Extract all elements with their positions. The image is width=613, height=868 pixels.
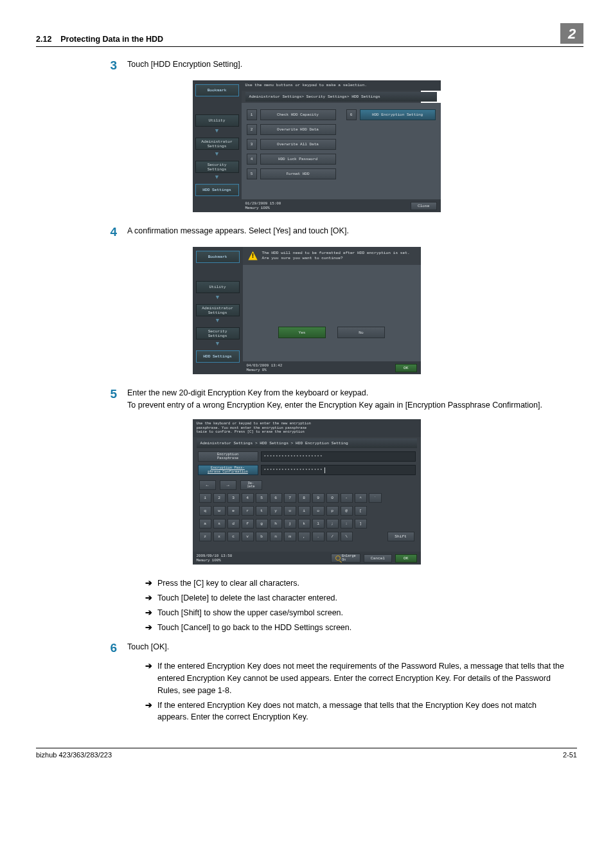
key-grave[interactable]: ` [369, 493, 382, 503]
check-hdd-capacity-button[interactable]: Check HDD Capacity [260, 109, 336, 120]
key-c[interactable]: c [227, 532, 240, 541]
key-e[interactable]: e [227, 506, 240, 516]
passphrase-label[interactable]: Encryption Passphrase [198, 451, 258, 462]
key-8[interactable]: 8 [298, 493, 310, 503]
key-y[interactable]: y [270, 506, 282, 516]
utility-button[interactable]: Utility [196, 281, 240, 293]
bullet-6-2: If the entered Encryption Key does not m… [157, 700, 569, 724]
key-4[interactable]: 4 [242, 493, 254, 503]
key-f[interactable]: f [242, 519, 254, 529]
key-@[interactable]: @ [341, 506, 353, 516]
admin-settings-button[interactable]: Administrator Settings [196, 304, 240, 316]
arrow-right-icon: ➔ [145, 622, 152, 634]
step3-number: 3 [91, 59, 117, 73]
security-settings-button[interactable]: Security Settings [195, 161, 239, 173]
arrow-left-key[interactable]: ← [199, 480, 216, 490]
shift-key[interactable]: Shift [387, 532, 414, 541]
key-7[interactable]: 7 [284, 493, 296, 503]
key-5[interactable]: 5 [256, 493, 268, 503]
kbd-hint: Use the keyboard or keypad to enter the … [193, 419, 421, 438]
keyboard-row-4: zxcvbnm,./\Shift [199, 532, 414, 541]
arrow-right-key[interactable]: → [220, 480, 236, 490]
key-o[interactable]: o [312, 506, 324, 516]
key-l[interactable]: l [312, 519, 324, 529]
key-q[interactable]: q [199, 506, 211, 516]
key-w[interactable]: w [213, 506, 226, 516]
key-d[interactable]: d [227, 519, 240, 529]
panel3-footer-info: 2009/09/10 13:58 Memory 100% [197, 554, 233, 563]
arrow-right-icon: ➔ [145, 660, 152, 673]
no-button[interactable]: No [337, 327, 385, 338]
passphrase-confirm-input[interactable]: ******************** [261, 465, 416, 475]
encryption-key-panel: Use the keyboard or keypad to enter the … [193, 419, 421, 565]
section-title: Protecting Data in the HDD [60, 35, 163, 44]
hdd-settings-button[interactable]: HDD Settings [195, 184, 239, 196]
chapter-badge: 2 [560, 23, 583, 44]
key-k[interactable]: k [298, 519, 310, 529]
admin-settings-button[interactable]: Administrator Settings [195, 138, 239, 150]
key-][interactable]: ] [355, 519, 367, 529]
cancel-button[interactable]: Cancel [364, 554, 392, 563]
keyboard-row-3: asdfghjkl;:] [199, 519, 414, 529]
chevron-down-icon: ▼ [216, 341, 219, 347]
key-\[interactable]: \ [341, 532, 353, 541]
arrow-right-icon: ➔ [145, 577, 152, 590]
key-t[interactable]: t [256, 506, 268, 516]
key-^[interactable]: ^ [355, 493, 367, 503]
key-z[interactable]: z [199, 532, 211, 541]
key-s[interactable]: s [213, 519, 226, 529]
ok-button[interactable]: OK [395, 364, 416, 372]
ok-button[interactable]: OK [395, 554, 416, 563]
passphrase-input[interactable]: ******************** [261, 451, 416, 462]
key-i[interactable]: i [298, 506, 310, 516]
key--[interactable]: - [341, 493, 353, 503]
key-;[interactable]: ; [326, 519, 339, 529]
yes-button[interactable]: Yes [278, 327, 326, 338]
key-,[interactable]: , [298, 532, 310, 541]
bookmark-button[interactable]: Bookmark [196, 251, 240, 263]
format-hdd-button[interactable]: Format HDD [260, 168, 336, 179]
key-g[interactable]: g [256, 519, 268, 529]
key-:[interactable]: : [341, 519, 353, 529]
hdd-encryption-setting-button[interactable]: HDD Encryption Setting [360, 109, 436, 120]
key-6[interactable]: 6 [270, 493, 282, 503]
chevron-down-icon: ▼ [216, 318, 219, 324]
key-3[interactable]: 3 [227, 493, 240, 503]
passphrase-confirm-label[interactable]: Encryption Pass- phrase Confirmation [198, 465, 258, 475]
key-p[interactable]: p [326, 506, 339, 516]
bookmark-button[interactable]: Bookmark [195, 84, 239, 96]
footer-pageno: 2-51 [563, 751, 577, 759]
close-button[interactable]: Close [411, 202, 437, 210]
key-0[interactable]: 0 [326, 493, 339, 503]
step3-text: Touch [HDD Encryption Setting]. [127, 59, 564, 71]
hdd-lock-password-button[interactable]: HDD Lock Password [260, 154, 336, 165]
key-b[interactable]: b [256, 532, 268, 541]
arrow-right-icon: ➔ [145, 700, 152, 712]
chevron-down-icon: ▼ [216, 295, 219, 301]
key-r[interactable]: r [242, 506, 254, 516]
enlarge-on-button[interactable]: Enlarge On [331, 554, 360, 563]
key-h[interactable]: h [270, 519, 282, 529]
utility-button[interactable]: Utility [195, 114, 239, 127]
key-/[interactable]: / [326, 532, 339, 541]
key-u[interactable]: u [284, 506, 296, 516]
key-v[interactable]: v [242, 532, 254, 541]
hdd-settings-button[interactable]: HDD Settings [196, 350, 240, 363]
overwrite-all-data-button[interactable]: Overwrite All Data [260, 139, 336, 150]
key-j[interactable]: j [284, 519, 296, 529]
overwrite-hdd-data-button[interactable]: Overwrite HDD Data [260, 124, 336, 135]
key-.[interactable]: . [312, 532, 324, 541]
key-n[interactable]: n [270, 532, 282, 541]
delete-key[interactable]: De- lete [240, 480, 262, 490]
key-2[interactable]: 2 [213, 493, 226, 503]
bullet-5-2: Touch [Delete] to delete the last charac… [157, 592, 569, 604]
key-[[interactable]: [ [355, 506, 367, 516]
key-m[interactable]: m [284, 532, 296, 541]
key-9[interactable]: 9 [312, 493, 324, 503]
key-x[interactable]: x [213, 532, 226, 541]
key-1[interactable]: 1 [199, 493, 211, 503]
security-settings-button[interactable]: Security Settings [196, 327, 240, 339]
menu-num-1: 1 [247, 109, 257, 120]
menu-num-6: 6 [346, 109, 357, 120]
key-a[interactable]: a [199, 519, 211, 529]
